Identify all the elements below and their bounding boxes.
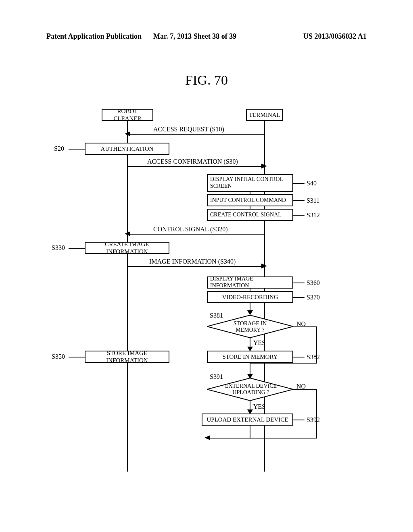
no2-down bbox=[316, 389, 317, 438]
header-right: US 2013/0056032 A1 bbox=[303, 32, 367, 41]
step-s312: CREATE CONTROL SIGNAL bbox=[207, 209, 293, 221]
connector-merge2 bbox=[250, 426, 250, 438]
no1-back bbox=[250, 363, 317, 364]
arrowhead-icon bbox=[125, 231, 130, 237]
leader-s40 bbox=[293, 183, 305, 184]
branch-yes-2: YES bbox=[253, 403, 265, 410]
leader-s350 bbox=[69, 357, 85, 357]
msg-s340-line bbox=[128, 266, 264, 267]
arrowhead-icon bbox=[261, 264, 267, 269]
ref-s311: S311 bbox=[307, 197, 319, 204]
step-s382: STORE IN MEMORY bbox=[207, 351, 293, 363]
leader-s311 bbox=[293, 200, 305, 201]
msg-s320-label: CONTROL SIGNAL (S320) bbox=[153, 226, 228, 233]
ref-s370: S370 bbox=[307, 294, 320, 301]
svg-marker-1 bbox=[261, 164, 267, 168]
msg-s30-label: ACCESS CONFIRMATION (S30) bbox=[147, 158, 238, 165]
step-s382-label: STORE IN MEMORY bbox=[222, 353, 277, 360]
ref-s392: S392 bbox=[307, 416, 320, 424]
step-s350: STORE IMAGE INFORMATION bbox=[85, 351, 169, 363]
step-s330: CREATE IMAGE INFORMATION bbox=[85, 242, 169, 254]
leader-s382 bbox=[293, 357, 305, 357]
final-return-line bbox=[208, 438, 250, 438]
step-s20-label: AUTHENTICATION bbox=[101, 145, 154, 152]
actor-terminal-label: TERMINAL bbox=[249, 111, 280, 118]
svg-marker-0 bbox=[125, 131, 130, 136]
msg-s10-line bbox=[128, 134, 264, 135]
leader-s312 bbox=[293, 215, 305, 216]
ref-s20: S20 bbox=[54, 145, 64, 152]
arrowhead-icon bbox=[125, 131, 130, 137]
ref-s40: S40 bbox=[307, 180, 317, 187]
svg-marker-3 bbox=[261, 264, 267, 268]
branch-yes-1: YES bbox=[253, 339, 265, 347]
leader-s392 bbox=[293, 420, 305, 420]
ref-s382: S382 bbox=[307, 353, 320, 361]
leader-s370 bbox=[293, 297, 305, 298]
header-left: Patent Application Publication bbox=[46, 32, 142, 41]
robot-lifeline bbox=[127, 121, 128, 472]
decision-s391-label: EXTERNAL DEVICE UPLOADING ? bbox=[223, 383, 279, 396]
arrowhead-icon bbox=[247, 310, 253, 315]
leader-s330 bbox=[69, 248, 85, 249]
step-s370: VIDEO-RECORDING bbox=[207, 291, 293, 303]
ref-s350: S350 bbox=[52, 353, 65, 360]
actor-terminal: TERMINAL bbox=[246, 109, 283, 121]
msg-s30-line bbox=[128, 166, 264, 167]
arrowhead-icon bbox=[261, 164, 267, 169]
step-s360: DISPLAY IMAGE INFORMATION bbox=[207, 276, 293, 289]
svg-marker-10 bbox=[204, 435, 210, 440]
step-s360-label: DISPLAY IMAGE INFORMATION bbox=[210, 276, 290, 289]
ref-s360: S360 bbox=[307, 279, 320, 287]
ref-s330: S330 bbox=[52, 244, 65, 251]
step-s312-label: CREATE CONTROL SIGNAL bbox=[210, 212, 282, 218]
step-s40-label: DISPLAY INITIAL CONTROL SCREEN bbox=[210, 176, 290, 190]
step-s392-label: UPLOAD EXTERNAL DEVICE bbox=[207, 416, 288, 423]
step-s350-label: STORE IMAGE INFORMATION bbox=[88, 349, 166, 364]
arrowhead-icon bbox=[204, 435, 210, 441]
svg-marker-2 bbox=[125, 231, 130, 236]
leader-s360 bbox=[293, 283, 305, 283]
msg-s10-label: ACCESS REQUEST (S10) bbox=[153, 126, 224, 133]
msg-s340-label: IMAGE INFORMATION (S340) bbox=[149, 258, 236, 265]
decision-s381-label: STORAGE IN MEMORY ? bbox=[226, 320, 274, 333]
step-s311: INPUT CONTROL COMMAND bbox=[207, 194, 293, 206]
header-center: Mar. 7, 2013 Sheet 38 of 39 bbox=[153, 32, 236, 41]
svg-marker-4 bbox=[247, 310, 253, 315]
step-s40: DISPLAY INITIAL CONTROL SCREEN bbox=[207, 174, 293, 192]
step-s20: AUTHENTICATION bbox=[85, 143, 169, 155]
step-s311-label: INPUT CONTROL COMMAND bbox=[210, 197, 286, 204]
page: Patent Application Publication Mar. 7, 2… bbox=[0, 0, 413, 532]
step-s330-label: CREATE IMAGE INFORMATION bbox=[88, 241, 166, 255]
no2-back bbox=[250, 438, 317, 438]
msg-s320-line bbox=[128, 234, 264, 235]
step-s392: UPLOAD EXTERNAL DEVICE bbox=[202, 414, 293, 426]
leader-s20 bbox=[69, 149, 85, 150]
step-s370-label: VIDEO-RECORDING bbox=[222, 293, 278, 301]
no1-right bbox=[293, 326, 317, 327]
actor-robot-label: ROBOT CLEANER bbox=[105, 108, 150, 122]
actor-robot: ROBOT CLEANER bbox=[102, 109, 153, 121]
no2-right bbox=[293, 389, 317, 390]
ref-s312: S312 bbox=[307, 212, 320, 219]
figure-title: FIG. 70 bbox=[0, 73, 413, 88]
